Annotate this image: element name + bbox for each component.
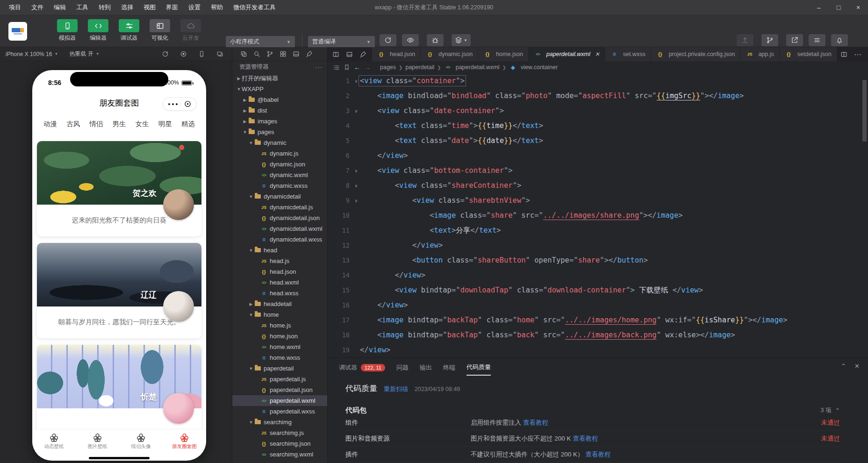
tree-item-head.wxss[interactable]: ≡head.wxss: [232, 288, 327, 299]
tree-item-home.json[interactable]: {}home.json: [232, 331, 327, 342]
tutorial-link[interactable]: 查看教程: [573, 435, 598, 443]
target-icon[interactable]: [184, 100, 192, 108]
tree-item-paperdetail.js[interactable]: JSpaperdetail.js: [232, 374, 327, 385]
moment-card[interactable]: 忻楚: [37, 345, 201, 440]
panel-tab-终端[interactable]: 终端: [443, 358, 455, 376]
close-icon[interactable]: ✕: [854, 363, 860, 370]
more-dots-icon[interactable]: [168, 103, 178, 105]
tutorial-link[interactable]: 查看教程: [586, 450, 611, 459]
tree-item-head.wxml[interactable]: <>head.wxml: [232, 277, 327, 288]
fold-chevron-icon[interactable]: ∨: [352, 108, 360, 114]
tree-item-paperdetail[interactable]: ▼paperdetail: [232, 363, 327, 374]
tab-app.js[interactable]: JSapp.js: [740, 47, 779, 61]
tabbar-item-情侣头像[interactable]: 情侣头像: [119, 429, 163, 456]
tab-dynamic.json[interactable]: {}dynamic.json: [421, 47, 478, 61]
tree-item-head.js[interactable]: JShead.js: [232, 256, 327, 266]
breadcrumb-item-paperdetail.wxml[interactable]: <>paperdetail.wxml: [444, 64, 500, 71]
tree-item-searchimg.wxml[interactable]: <>searchimg.wxml: [232, 449, 327, 460]
category-tab-明星[interactable]: 明星: [158, 120, 172, 128]
avatar[interactable]: [163, 291, 194, 322]
menu-帮助[interactable]: 帮助: [207, 1, 227, 14]
brush-icon[interactable]: [306, 50, 313, 57]
avatar[interactable]: [163, 393, 194, 424]
menu-视图[interactable]: 视图: [139, 1, 160, 14]
云开发-button[interactable]: 云开发: [179, 19, 203, 42]
account-avatar[interactable]: [8, 22, 27, 41]
可视化-button[interactable]: 可视化: [148, 19, 172, 42]
split-editor-icon[interactable]: [840, 51, 847, 58]
tab-head.json[interactable]: {}head.json: [372, 47, 421, 61]
panel-tab-代码质量[interactable]: 代码质量: [466, 358, 491, 376]
fold-chevron-icon[interactable]: ∨: [352, 78, 360, 84]
panelico-icon[interactable]: [346, 51, 353, 58]
category-tab-男生[interactable]: 男生: [112, 120, 126, 128]
hot-reload-toggle[interactable]: 热重载 开 ▼: [69, 50, 99, 58]
refresh-icon[interactable]: [162, 50, 169, 57]
tree-item-dynamic.wxml[interactable]: <>dynamic.wxml: [232, 170, 327, 180]
package-section-meta[interactable]: 3 项 ⌃: [821, 406, 840, 414]
record-icon[interactable]: [180, 50, 187, 57]
tab-project.private.config.json[interactable]: {}project.private.config.json: [651, 47, 741, 61]
moment-card[interactable]: 辽辽朝暮与岁月同往，愿我们一同行至天光。: [37, 243, 201, 338]
tree-item-searchimg.json[interactable]: {}searchimg.json: [232, 438, 327, 449]
search-icon[interactable]: [253, 50, 260, 57]
forward-arrow-icon[interactable]: →: [364, 64, 371, 71]
tree-item-dist[interactable]: ▶dist: [232, 105, 327, 116]
compile-select[interactable]: 普通编译 ▼: [308, 36, 375, 48]
调试器-button[interactable]: 调试器: [117, 19, 141, 42]
tree-item-dynamicdetail.js[interactable]: JSdynamicdetail.js: [232, 202, 327, 213]
tree-item-searchimg.js[interactable]: JSsearchimg.js: [232, 427, 327, 438]
tabbar-item-图片壁纸[interactable]: 图片壁纸: [76, 429, 119, 456]
breadcrumb-item-pages[interactable]: pages: [380, 64, 396, 71]
menu-转到[interactable]: 转到: [94, 1, 115, 14]
menu-设置[interactable]: 设置: [184, 1, 205, 14]
tree-item-打开的编辑器[interactable]: ▶打开的编辑器: [232, 73, 327, 84]
close-icon[interactable]: ✕: [595, 51, 600, 57]
panelico-icon[interactable]: [293, 50, 300, 57]
tree-item-head[interactable]: ▼head: [232, 245, 327, 256]
breadcrumb-item-paperdetail[interactable]: paperdetail: [405, 64, 434, 71]
tree-item-home[interactable]: ▼home: [232, 309, 327, 320]
fold-chevron-icon[interactable]: ∨: [352, 183, 360, 188]
tree-item-@babel[interactable]: ▶@babel: [232, 94, 327, 105]
tree-item-headdetail[interactable]: ▶headdetail: [232, 299, 327, 309]
more-icon[interactable]: ···: [315, 64, 323, 71]
tree-item-paperdetail.wxss[interactable]: ≡paperdetail.wxss: [232, 406, 327, 417]
tree-item-paperdetail.json[interactable]: {}paperdetail.json: [232, 385, 327, 395]
tabbar-item-动态壁纸[interactable]: 动态壁纸: [32, 429, 76, 456]
tree-item-pages[interactable]: ▼pages: [232, 127, 327, 137]
panel-tab-问题[interactable]: 问题: [396, 358, 409, 376]
tree-item-dynamicdetail.wxss[interactable]: ≡dynamicdetail.wxss: [232, 234, 327, 245]
category-tab-动漫[interactable]: 动漫: [43, 120, 57, 128]
capsule-menu[interactable]: [163, 97, 197, 111]
grid-icon[interactable]: [280, 50, 287, 57]
tutorial-link[interactable]: 查看教程: [523, 419, 548, 427]
tab-set.wxss[interactable]: ≡set.wxss: [605, 47, 651, 61]
tab-setdetail.json[interactable]: {}setdetail.json: [780, 47, 837, 61]
menu-微信开发者工具[interactable]: 微信开发者工具: [229, 1, 280, 14]
menu-编辑[interactable]: 编辑: [50, 1, 70, 14]
mode-select[interactable]: 小程序模式 ▼: [226, 36, 295, 48]
tab-home.json[interactable]: {}home.json: [478, 47, 529, 61]
menu-选择[interactable]: 选择: [117, 1, 137, 14]
tree-item-home.js[interactable]: JShome.js: [232, 320, 327, 331]
tree-item-home.wxml[interactable]: <>home.wxml: [232, 342, 327, 352]
模拟器-button[interactable]: 模拟器: [55, 19, 79, 42]
menu-界面[interactable]: 界面: [162, 1, 182, 14]
tree-item-searchimg.wxss[interactable]: ≡searchimg.wxss: [232, 460, 327, 463]
tree-item-dynamic.js[interactable]: JSdynamic.js: [232, 148, 327, 159]
close-button[interactable]: ×: [848, 0, 868, 15]
tree-item-dynamic.wxss[interactable]: ≡dynamic.wxss: [232, 180, 327, 191]
tree-item-dynamicdetail[interactable]: ▼dynamicdetail: [232, 191, 327, 202]
collapse-icon[interactable]: ⌃: [841, 363, 846, 370]
menu-项目[interactable]: 项目: [5, 1, 25, 14]
menu-工具[interactable]: 工具: [72, 1, 93, 14]
tabbar-item-朋友圈套图[interactable]: 朋友圈套图: [163, 429, 206, 456]
chevron-up-icon[interactable]: ⌃: [835, 407, 840, 414]
rescan-link[interactable]: 重新扫描: [384, 385, 408, 393]
tab-paperdetail.wxml[interactable]: <>paperdetail.wxml✕: [529, 47, 605, 61]
category-tab-精选[interactable]: 精选: [181, 120, 195, 128]
copy-icon[interactable]: [240, 50, 247, 57]
minimize-button[interactable]: –: [809, 0, 829, 15]
tree-item-images[interactable]: ▶images: [232, 116, 327, 127]
